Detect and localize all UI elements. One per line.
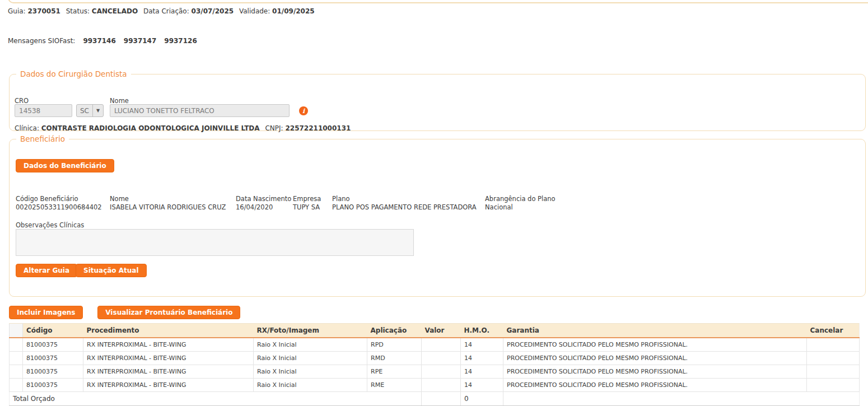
validade-value: 01/09/2025: [272, 7, 315, 15]
siofast-values: 993714699371479937126: [75, 37, 197, 45]
total-empty-cell: [503, 391, 860, 405]
row-spacer-cell: [10, 351, 23, 365]
beneficiario-fieldset: Beneficiário Dados do Beneficiário Códig…: [9, 134, 866, 297]
beneficiario-field: Código Beneficiário002025053311900684402: [16, 195, 110, 211]
total-hmo-cell: 0: [461, 391, 503, 405]
table-cell: PROCEDIMENTO SOLICITADO PELO MESMO PROFI…: [503, 351, 807, 365]
siofast-label: Mensagens SIOFast:: [8, 37, 75, 45]
table-cell: Raio X Inicial: [254, 378, 367, 391]
beneficiario-field: Data Nascimento16/04/2020: [236, 195, 293, 211]
table-cell: 81000375: [23, 365, 83, 378]
table-cell: 81000375: [23, 351, 83, 365]
validade-label: Validade:: [239, 7, 270, 15]
table-cell: [807, 351, 860, 365]
table-cell: [807, 378, 860, 391]
field-label: Data Nascimento: [236, 195, 293, 203]
column-header-garantia: Garantia: [503, 324, 807, 338]
siofast-message[interactable]: 9937146: [83, 37, 115, 45]
chevron-down-icon: ▼: [92, 105, 103, 116]
table-cell: RX INTERPROXIMAL - BITE-WING: [83, 338, 254, 351]
table-cell: RMD: [367, 351, 422, 365]
table-footer-row: Total Orçado 0: [10, 391, 860, 405]
dentista-legend: Dados do Cirurgião Dentista: [16, 69, 131, 78]
beneficiario-field: PlanoPLANO POS PAGAMENTO REDE PRESTADORA: [332, 195, 485, 211]
column-header-valor: Valor: [422, 324, 461, 338]
total-valor-cell: [422, 391, 461, 405]
row-spacer-cell: [10, 378, 23, 391]
table-row: 81000375RX INTERPROXIMAL - BITE-WINGRaio…: [10, 365, 860, 378]
table-actions-row: Incluir Imagens Visualizar Prontuário Be…: [9, 306, 240, 319]
cro-label: CRO: [15, 97, 29, 105]
uf-select[interactable]: SC ▼: [76, 104, 104, 117]
info-icon[interactable]: i: [299, 106, 308, 115]
table-cell: 14: [461, 338, 503, 351]
table-cell: [422, 365, 461, 378]
clinica-value: CONTRASTE RADIOLOGIA ODONTOLOGICA JOINVI…: [41, 124, 260, 132]
table-cell: Raio X Inicial: [254, 351, 367, 365]
table-cell: RX INTERPROXIMAL - BITE-WING: [83, 378, 254, 391]
table-cell: 14: [461, 351, 503, 365]
total-orcado-label: Total Orçado: [10, 391, 422, 405]
dentista-nome-input[interactable]: [110, 104, 290, 117]
field-value: ISABELA VITORIA RODRIGUES CRUZ: [110, 203, 236, 211]
table-cell: RME: [367, 378, 422, 391]
uf-selected-value: SC: [77, 105, 92, 116]
table-cell: PROCEDIMENTO SOLICITADO PELO MESMO PROFI…: [503, 365, 807, 378]
table-cell: 14: [461, 365, 503, 378]
siofast-message[interactable]: 9937147: [124, 37, 156, 45]
clinica-line: Clínica: CONTRASTE RADIOLOGIA ODONTOLOGI…: [15, 124, 354, 132]
field-value: Nacional: [485, 203, 556, 211]
column-header-c-digo: Código: [23, 324, 83, 338]
beneficiario-fields: Código Beneficiário002025053311900684402…: [16, 195, 556, 211]
field-value: 002025053311900684402: [16, 203, 110, 211]
field-label: Abrangência do Plano: [485, 195, 556, 203]
table-header-row: CódigoProcedimentoRX/Foto/ImagemAplicaçã…: [10, 324, 860, 338]
data-criacao-value: 03/07/2025: [192, 7, 234, 15]
table-cell: RX INTERPROXIMAL - BITE-WING: [83, 351, 254, 365]
visualizar-prontuario-button[interactable]: Visualizar Prontuário Beneficiário: [97, 306, 240, 319]
dentista-fieldset: Dados do Cirurgião Dentista CRO SC ▼ Nom…: [9, 69, 866, 131]
alterar-guia-button[interactable]: Alterar Guia: [16, 264, 77, 277]
table-cell: PROCEDIMENTO SOLICITADO PELO MESMO PROFI…: [503, 338, 807, 351]
incluir-imagens-button[interactable]: Incluir Imagens: [9, 306, 83, 319]
data-criacao-label: Data Criação:: [143, 7, 189, 15]
table-cell: [422, 378, 461, 391]
status-label: Status:: [66, 7, 90, 15]
column-header-empty: [10, 324, 23, 338]
column-header-h-m-o-: H.M.O.: [461, 324, 503, 338]
guia-label: Guia:: [8, 7, 26, 15]
table-cell: Raio X Inicial: [254, 365, 367, 378]
cutoff-fieldset-border: [8, 0, 868, 3]
cro-input[interactable]: [15, 104, 72, 117]
table-cell: [422, 338, 461, 351]
situacao-atual-button[interactable]: Situação Atual: [76, 264, 147, 277]
table-cell: [807, 365, 860, 378]
table-cell: RX INTERPROXIMAL - BITE-WING: [83, 365, 254, 378]
table-row: 81000375RX INTERPROXIMAL - BITE-WINGRaio…: [10, 338, 860, 351]
field-value: PLANO POS PAGAMENTO REDE PRESTADORA: [332, 203, 485, 211]
dados-beneficiario-button[interactable]: Dados do Beneficiário: [16, 159, 114, 172]
table-cell: 81000375: [23, 378, 83, 391]
column-header-rx-foto-imagem: RX/Foto/Imagem: [254, 324, 367, 338]
siofast-message[interactable]: 9937126: [164, 37, 197, 45]
field-label: Código Beneficiário: [16, 195, 110, 203]
clinica-label: Clínica:: [15, 124, 39, 132]
row-spacer-cell: [10, 338, 23, 351]
procedures-table: CódigoProcedimentoRX/Foto/ImagemAplicaçã…: [9, 323, 860, 406]
dentista-nome-label: Nome: [110, 97, 129, 105]
beneficiario-field: NomeISABELA VITORIA RODRIGUES CRUZ: [110, 195, 236, 211]
table-cell: 81000375: [23, 338, 83, 351]
column-header-procedimento: Procedimento: [83, 324, 254, 338]
table-cell: 14: [461, 378, 503, 391]
beneficiario-legend: Beneficiário: [16, 134, 69, 143]
column-header-aplica-o: Aplicação: [367, 324, 422, 338]
guia-value: 2370051: [27, 7, 60, 15]
field-label: Plano: [332, 195, 485, 203]
observacoes-label: Observações Clínicas: [16, 221, 84, 229]
field-value: 16/04/2020: [236, 203, 293, 211]
table-cell: PROCEDIMENTO SOLICITADO PELO MESMO PROFI…: [503, 378, 807, 391]
observacoes-textarea[interactable]: [16, 229, 414, 256]
table-body: 81000375RX INTERPROXIMAL - BITE-WINGRaio…: [10, 338, 860, 391]
field-label: Nome: [110, 195, 236, 203]
field-label: Empresa: [293, 195, 332, 203]
